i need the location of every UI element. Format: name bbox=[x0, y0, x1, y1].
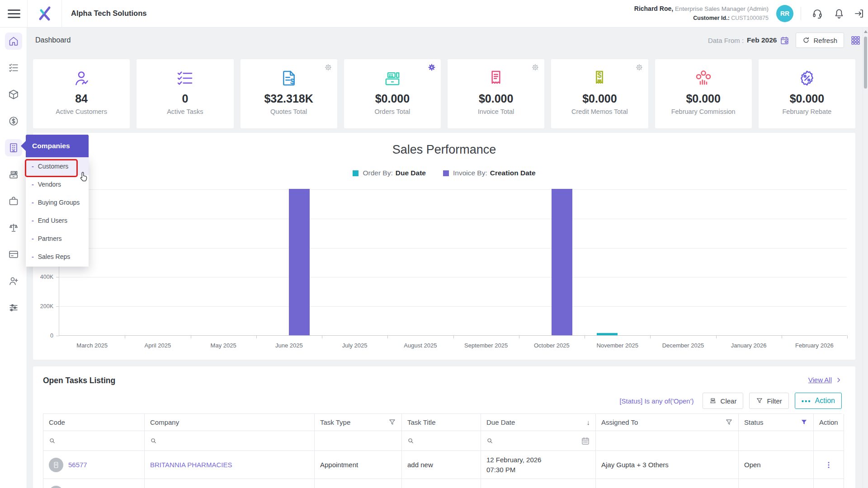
chart-bar[interactable] bbox=[597, 333, 618, 335]
column-header-company[interactable]: Company bbox=[145, 414, 315, 431]
sidebar-item-tasks[interactable] bbox=[0, 54, 27, 81]
gear-icon[interactable] bbox=[324, 63, 332, 71]
sidebar-item-products[interactable] bbox=[0, 81, 27, 108]
quote-document-icon: $ bbox=[280, 69, 298, 87]
logout-icon bbox=[854, 8, 864, 19]
hamburger-menu-button[interactable] bbox=[8, 9, 20, 18]
kpi-card: 84Active Customers bbox=[33, 59, 130, 128]
data-from-control: Data From : Feb 2026 bbox=[708, 36, 790, 45]
row-action-menu-icon[interactable] bbox=[825, 461, 833, 469]
search-cell-action bbox=[814, 431, 844, 451]
billing-icon bbox=[8, 116, 19, 127]
search-input-task-title[interactable] bbox=[417, 437, 475, 445]
vertical-scrollbar[interactable] bbox=[863, 28, 868, 488]
column-header-code[interactable]: Code bbox=[43, 414, 145, 431]
gear-icon[interactable] bbox=[531, 63, 539, 71]
menu-item-end-users[interactable]: -End Users bbox=[26, 211, 89, 230]
x-axis-label: December 2025 bbox=[650, 342, 716, 349]
funnel-icon bbox=[388, 418, 396, 426]
gridline bbox=[59, 306, 847, 307]
dash-bullet: - bbox=[32, 199, 34, 206]
search-input-code[interactable] bbox=[58, 437, 139, 445]
column-label: Company bbox=[150, 418, 179, 426]
dots-vertical-icon bbox=[825, 461, 833, 469]
support-icon[interactable] bbox=[812, 8, 823, 19]
search-input-due-date[interactable] bbox=[496, 437, 578, 445]
sidebar-item-payments[interactable] bbox=[0, 241, 27, 267]
compliance-icon bbox=[8, 222, 19, 233]
filter-button[interactable]: Filter bbox=[749, 393, 788, 409]
table-cell: USer CSV + 0 Others bbox=[596, 479, 739, 488]
refresh-icon bbox=[802, 37, 810, 44]
legend-item[interactable]: Invoice By:Creation Date bbox=[443, 169, 536, 177]
scrollbar-thumb[interactable] bbox=[864, 37, 867, 89]
sidebar-item-procurement[interactable] bbox=[0, 188, 27, 214]
app-logo[interactable] bbox=[27, 0, 62, 27]
menu-item-buying-groups[interactable]: -Buying Groups bbox=[26, 193, 89, 211]
user-avatar[interactable]: RR bbox=[776, 5, 793, 22]
task-code-link[interactable]: 56577 bbox=[68, 461, 87, 469]
legend-item[interactable]: Order By:Due Date bbox=[353, 169, 426, 177]
refresh-button[interactable]: Refresh bbox=[796, 33, 844, 48]
kpi-value: $0.000 bbox=[344, 92, 441, 105]
search-icon bbox=[407, 437, 414, 444]
calendar-icon[interactable] bbox=[581, 436, 590, 446]
checklist-icon bbox=[137, 69, 233, 88]
dash-bullet: - bbox=[32, 235, 34, 242]
table-filter-row: [Status] Is any of('Open') Clear Filter … bbox=[619, 393, 842, 409]
clear-button[interactable]: Clear bbox=[703, 393, 744, 409]
menu-item-partners[interactable]: -Partners bbox=[26, 230, 89, 248]
menu-item-label: Vendors bbox=[38, 181, 61, 188]
column-header-due-date[interactable]: Due Date↓ bbox=[481, 414, 596, 431]
scroll-up-arrow-icon[interactable] bbox=[864, 30, 868, 33]
column-filter-active-icon[interactable] bbox=[800, 418, 808, 426]
user-role: Enterprise Sales Manager (Admin) bbox=[675, 5, 769, 12]
notifications-icon[interactable] bbox=[834, 8, 844, 19]
logo-x-icon bbox=[37, 5, 52, 22]
kpi-label: Quotes Total bbox=[241, 108, 337, 117]
sidebar-item-compliance[interactable] bbox=[0, 214, 27, 241]
table-cell: Open bbox=[739, 479, 814, 488]
logout-icon[interactable] bbox=[854, 8, 864, 19]
calendar-settings-icon[interactable] bbox=[780, 36, 789, 45]
due-date: 12 February, 202607:30 PM bbox=[486, 455, 541, 475]
sort-descending-icon[interactable]: ↓ bbox=[587, 418, 590, 426]
user-info[interactable]: Richard Roe, Enterprise Sales Manager (A… bbox=[634, 4, 769, 23]
column-header-task-type[interactable]: Task Type bbox=[315, 414, 402, 431]
x-axis-tick bbox=[256, 335, 257, 338]
table-cell: Test bbox=[402, 479, 481, 488]
company-link[interactable]: BRITANNIA PHARMACIES bbox=[150, 461, 232, 469]
chart-bar[interactable] bbox=[552, 189, 572, 335]
column-header-status[interactable]: Status bbox=[739, 414, 814, 431]
x-axis-label: November 2025 bbox=[585, 342, 650, 349]
column-header-task-title[interactable]: Task Title bbox=[402, 414, 481, 431]
y-axis-tick bbox=[56, 306, 59, 307]
companies-icon bbox=[8, 142, 19, 153]
gear-icon[interactable] bbox=[428, 63, 436, 71]
filter-summary[interactable]: [Status] Is any of('Open') bbox=[619, 397, 693, 405]
search-input-company[interactable] bbox=[160, 437, 309, 445]
sidebar-item-billing[interactable] bbox=[0, 108, 27, 134]
column-header-action[interactable]: Action bbox=[814, 414, 844, 431]
sidebar-item-preferences[interactable] bbox=[0, 294, 27, 321]
search-icon bbox=[407, 437, 414, 444]
sidebar-item-point-of-sale[interactable] bbox=[0, 161, 27, 188]
view-all-link[interactable]: View All bbox=[808, 376, 842, 384]
tasks-icon bbox=[8, 62, 19, 73]
sidebar-item-user-management[interactable] bbox=[0, 267, 27, 294]
gear-icon[interactable] bbox=[635, 63, 643, 71]
dashboard-grid-icon[interactable] bbox=[850, 35, 861, 46]
column-label: Code bbox=[49, 418, 65, 426]
chart-bar[interactable] bbox=[289, 189, 310, 335]
column-header-assigned-to[interactable]: Assigned To bbox=[596, 414, 739, 431]
sidebar-item-home[interactable] bbox=[0, 28, 27, 54]
action-button[interactable]: ••• Action bbox=[795, 393, 842, 409]
column-filter-icon[interactable] bbox=[388, 418, 396, 426]
x-axis-tick bbox=[453, 335, 454, 338]
menu-item-sales-reps[interactable]: -Sales Reps bbox=[26, 248, 89, 266]
menu-item-label: Partners bbox=[38, 235, 62, 242]
column-filter-icon[interactable] bbox=[725, 418, 733, 426]
menu-item-label: Customers bbox=[38, 163, 69, 170]
assigned-to: Ajay Gupta + 3 Others bbox=[601, 461, 669, 469]
search-cell-status bbox=[739, 431, 814, 451]
